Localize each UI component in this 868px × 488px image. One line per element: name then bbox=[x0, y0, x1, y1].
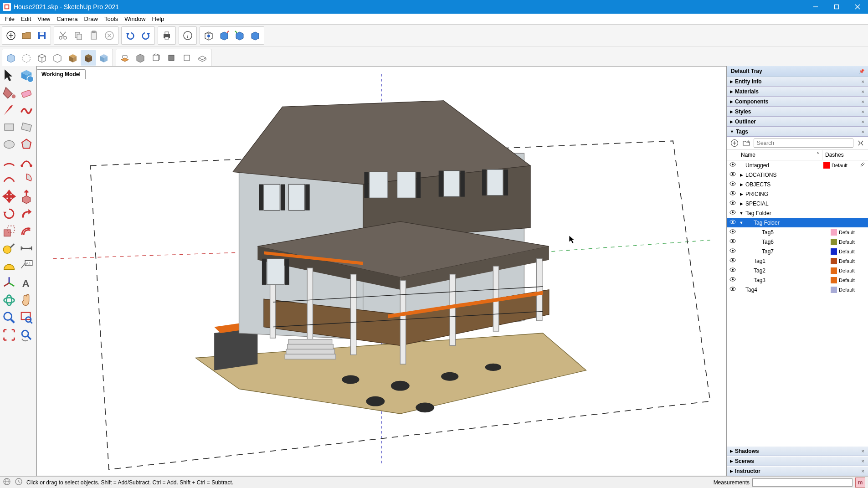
menu-camera[interactable]: Camera bbox=[53, 14, 81, 24]
delete-button[interactable] bbox=[102, 28, 117, 43]
visibility-toggle[interactable] bbox=[727, 257, 738, 265]
visibility-toggle[interactable] bbox=[727, 171, 738, 179]
close-icon[interactable]: × bbox=[861, 468, 865, 474]
viewport[interactable] bbox=[36, 66, 727, 476]
style-hidden-line-button[interactable] bbox=[50, 50, 65, 66]
freehand-tool[interactable] bbox=[18, 102, 35, 118]
zoom-extents-tool[interactable] bbox=[1, 327, 17, 343]
visibility-toggle[interactable] bbox=[727, 219, 738, 226]
credits-icon[interactable] bbox=[15, 478, 23, 487]
tape-measure-tool[interactable] bbox=[1, 240, 17, 257]
tag-row[interactable]: ▶PRICING bbox=[727, 189, 868, 199]
3pt-arc-tool[interactable] bbox=[1, 171, 17, 187]
section-display-button[interactable] bbox=[133, 50, 148, 66]
tag-color-swatch[interactable] bbox=[831, 267, 837, 274]
tag-color-swatch[interactable] bbox=[831, 229, 837, 236]
tag-dashes[interactable]: Default bbox=[839, 277, 866, 283]
push-pull-tool[interactable] bbox=[18, 188, 35, 205]
section-fill3-button[interactable] bbox=[195, 50, 210, 66]
close-icon[interactable]: × bbox=[861, 458, 865, 464]
section-plane-button[interactable] bbox=[117, 50, 133, 66]
redo-button[interactable] bbox=[138, 28, 154, 43]
tag-color-swatch[interactable] bbox=[831, 258, 837, 264]
tag-row[interactable]: Tag4Default bbox=[727, 285, 868, 294]
eraser-tool[interactable] bbox=[18, 84, 35, 101]
panel-components[interactable]: ▶Components× bbox=[727, 97, 868, 107]
visibility-toggle[interactable] bbox=[727, 200, 738, 207]
extension-warehouse-button[interactable] bbox=[247, 28, 263, 43]
add-tag-folder-button[interactable] bbox=[742, 139, 751, 148]
menu-help[interactable]: Help bbox=[149, 14, 168, 24]
menu-edit[interactable]: Edit bbox=[18, 14, 34, 24]
panel-materials[interactable]: ▶Materials× bbox=[727, 87, 868, 97]
tag-row[interactable]: Tag1Default bbox=[727, 256, 868, 266]
expand-toggle[interactable]: ▼ bbox=[738, 221, 745, 225]
print-button[interactable] bbox=[159, 28, 175, 43]
2pt-arc-tool[interactable] bbox=[18, 154, 35, 170]
close-icon[interactable]: × bbox=[861, 448, 865, 454]
cut-button[interactable] bbox=[55, 28, 71, 43]
panel-shadows[interactable]: ▶Shadows× bbox=[727, 446, 868, 456]
rotated-rectangle-tool[interactable] bbox=[18, 119, 35, 135]
follow-me-tool[interactable] bbox=[18, 205, 35, 222]
dimension-tool[interactable] bbox=[18, 240, 35, 257]
paint-bucket-tool[interactable] bbox=[1, 84, 17, 101]
tag-color-swatch[interactable] bbox=[831, 287, 837, 293]
tag-dashes[interactable]: Default bbox=[839, 230, 866, 235]
tag-row[interactable]: ▶LOCATIONS bbox=[727, 170, 868, 180]
panel-styles[interactable]: ▶Styles× bbox=[727, 107, 868, 117]
menu-window[interactable]: Window bbox=[121, 14, 149, 24]
protractor-tool[interactable] bbox=[1, 257, 17, 274]
tags-search-input[interactable] bbox=[754, 139, 853, 148]
close-icon[interactable]: × bbox=[861, 109, 865, 114]
panel-entity-info[interactable]: ▶Entity Info× bbox=[727, 77, 868, 87]
axes-tool[interactable] bbox=[1, 275, 17, 291]
new-file-button[interactable] bbox=[3, 28, 19, 43]
panel-outliner[interactable]: ▶Outliner× bbox=[727, 117, 868, 127]
tags-details-button[interactable] bbox=[856, 139, 865, 148]
section-cut-button[interactable] bbox=[148, 50, 164, 66]
tag-row[interactable]: Tag6Default bbox=[727, 237, 868, 247]
visibility-toggle[interactable] bbox=[727, 161, 738, 169]
zoom-window-tool[interactable] bbox=[18, 309, 35, 326]
tag-color-swatch[interactable] bbox=[823, 162, 830, 169]
visibility-toggle[interactable] bbox=[727, 180, 738, 188]
visibility-toggle[interactable] bbox=[727, 267, 738, 274]
style-shaded-button[interactable] bbox=[65, 50, 81, 66]
close-button[interactable] bbox=[847, 0, 868, 14]
close-icon[interactable]: × bbox=[861, 79, 865, 84]
geo-location-icon[interactable] bbox=[3, 478, 11, 487]
tag-row[interactable]: Tag7Default bbox=[727, 247, 868, 256]
tag-row[interactable]: ▼Tag Folder bbox=[727, 218, 868, 227]
tag-dashes[interactable]: Default bbox=[839, 249, 866, 254]
pin-icon[interactable]: 📌 bbox=[859, 69, 864, 74]
line-tool[interactable] bbox=[1, 102, 17, 118]
copy-button[interactable] bbox=[71, 28, 86, 43]
expand-toggle[interactable]: ▼ bbox=[738, 211, 745, 216]
undo-button[interactable] bbox=[123, 28, 138, 43]
close-icon[interactable]: × bbox=[861, 129, 865, 134]
tag-row[interactable]: ▶SPECIAL bbox=[727, 199, 868, 208]
3dwarehouse-get-button[interactable] bbox=[216, 28, 232, 43]
zoom-tool[interactable] bbox=[1, 309, 17, 326]
move-tool[interactable] bbox=[1, 188, 17, 205]
add-tag-button[interactable] bbox=[730, 139, 739, 148]
rotate-tool[interactable] bbox=[1, 205, 17, 222]
pie-tool[interactable] bbox=[18, 171, 35, 187]
previous-view-tool[interactable] bbox=[18, 327, 35, 343]
make-component-tool[interactable] bbox=[18, 67, 35, 83]
style-wireframe-button[interactable] bbox=[34, 50, 50, 66]
text-tool[interactable]: A1 bbox=[18, 257, 35, 274]
panel-instructor[interactable]: ▶Instructor× bbox=[727, 466, 868, 476]
visibility-toggle[interactable] bbox=[727, 190, 738, 198]
close-icon[interactable]: × bbox=[861, 89, 865, 94]
warehouse-button[interactable] bbox=[201, 28, 216, 43]
style-backedges-button[interactable] bbox=[19, 50, 34, 66]
tags-col-name[interactable]: Name˄ bbox=[738, 150, 822, 160]
tag-row[interactable]: Tag2Default bbox=[727, 266, 868, 275]
tag-dashes[interactable]: Default bbox=[839, 239, 866, 245]
menu-tools[interactable]: Tools bbox=[101, 14, 121, 24]
3dwarehouse-share-button[interactable] bbox=[232, 28, 247, 43]
tag-row[interactable]: UntaggedDefault bbox=[727, 160, 868, 170]
visibility-toggle[interactable] bbox=[727, 238, 738, 246]
